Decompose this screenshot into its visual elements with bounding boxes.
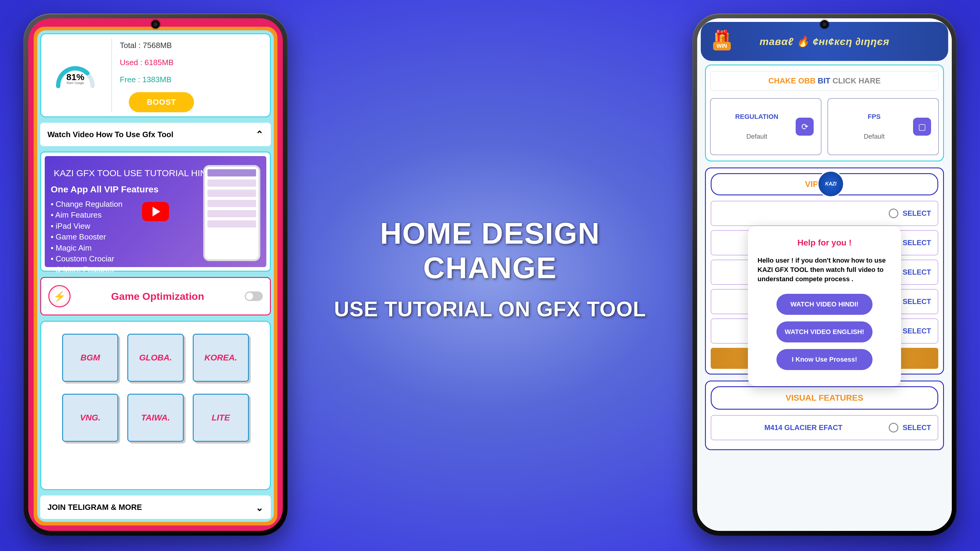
promo-center-text: HOME DESIGN CHANGE USE TUTORIAL ON GFX T… [310,216,670,321]
fps-box[interactable]: FPS Default ▢ [827,98,939,155]
camera-hole [151,20,160,29]
m414-label: M414 GLACIER EFACT [718,424,889,432]
select-row[interactable]: SELECT [711,201,938,226]
image-icon[interactable]: ▢ [913,118,931,136]
watch-hindi-button[interactable]: WATCH VIDEO HINDI! [776,294,872,315]
ram-used: Used : 6185MB [120,58,266,67]
radio-icon[interactable] [889,423,898,432]
video-mini-phone [203,165,260,261]
version-vng[interactable]: VNG. [62,394,118,442]
version-taiwan[interactable]: TAIWA. [127,394,183,442]
obb-strip-blue: BIT [818,76,830,85]
join-telegram-accordion[interactable]: JOIN TELIGRAM & MORE ⌃ [40,495,271,519]
bolt-icon: ⚡ [48,285,70,307]
fps-value: Default [864,133,885,140]
obb-strip-gray: CLICK HARE [832,76,881,85]
video-features-head: One App All VIP Features [51,183,159,196]
header-title: тавαℓ 🔥 ¢нι¢кєη ∂ιηηєя [760,35,889,48]
obb-card: CHAKE OBB BIT CLICK HARE REGULATION Defa… [705,65,944,162]
m414-row[interactable]: M414 GLACIER EFACT SELECT [711,415,938,440]
version-global[interactable]: GLOBA. [127,334,183,382]
feature-line: • & More Features [51,264,159,275]
ram-free: Free : 1383MB [120,75,266,84]
watch-english-button[interactable]: WATCH VIDEO ENGLISH! [776,321,872,342]
vip-header: VIP URES KAZI [711,173,938,195]
tutorial-video-card: KAZI GFX TOOL USE TUTORIAL HINDI... One … [40,152,271,272]
regulation-box[interactable]: REGULATION Default ⟳ [710,98,821,155]
chevron-up-icon: ⌃ [256,129,264,140]
win-badge[interactable]: 🎁 WIN [710,29,734,51]
version-korea[interactable]: KOREA. [193,334,249,382]
versions-card: BGM GLOBA. KOREA. VNG. TAIWA. LITE [40,321,271,490]
feature-line: • Game Booster [51,231,159,242]
visual-card: VISUAL FEATURES M414 GLACIER EFACT SELEC… [705,381,944,450]
know-process-button[interactable]: I Know Use Prosess! [776,349,872,370]
ram-percent: 81% [66,72,84,82]
version-bgm[interactable]: BGM [62,334,118,382]
modal-title: Help for you ! [757,238,891,248]
obb-strip-orange: CHAKE OBB [768,76,816,85]
obb-strip[interactable]: CHAKE OBB BIT CLICK HARE [710,71,939,91]
phone-left: 81% Ram Usage Total : 7568MB Used : 6185… [24,14,288,536]
refresh-icon[interactable]: ⟳ [795,118,814,136]
feature-line: • Coustom Crociar [51,253,159,264]
video-thumbnail[interactable]: KAZI GFX TOOL USE TUTORIAL HINDI... One … [45,156,266,267]
win-label: WIN [713,42,731,51]
game-optimization-card: ⚡ Game Optimization [40,277,271,315]
chevron-down-icon: ⌃ [256,502,264,513]
fps-title: FPS [835,113,913,121]
help-modal: Help for you ! Hello user ! if you don't… [748,226,901,386]
camera-hole [820,20,829,29]
visual-header: VISUAL FEATURES [711,386,938,410]
optimization-label: Game Optimization [80,291,236,302]
radio-icon[interactable] [889,209,898,218]
join-label: JOIN TELIGRAM & MORE [48,503,142,512]
promo-subtitle: USE TUTORIAL ON GFX TOOL [310,297,670,321]
regulation-title: REGULATION [718,113,795,121]
boost-button[interactable]: BOOST [129,92,194,112]
regulation-value: Default [746,133,767,140]
kazi-logo-icon: KAZI [817,170,844,197]
ram-total: Total : 7568MB [120,41,266,50]
version-lite[interactable]: LITE [193,394,249,442]
ram-gauge: 81% Ram Usage [53,60,98,91]
optimization-toggle[interactable] [245,291,263,301]
promo-title: HOME DESIGN CHANGE [310,216,670,285]
memory-card: 81% Ram Usage Total : 7568MB Used : 6185… [40,33,271,118]
modal-body: Hello user ! if you don't know how to us… [757,256,891,284]
feature-line: • Magic Aim [51,243,159,253]
ram-sublabel: Ram Usage [66,81,84,85]
watch-video-accordion[interactable]: Watch Video How To Use Gfx Tool ⌃ [40,123,271,146]
play-icon[interactable] [142,202,169,221]
phone-right: 🎁 WIN тавαℓ 🔥 ¢нι¢кєη ∂ιηηєя CHAKE OBB B… [692,14,956,536]
accordion-title: Watch Video How To Use Gfx Tool [48,130,173,139]
feature-line: • iPad View [51,221,159,231]
